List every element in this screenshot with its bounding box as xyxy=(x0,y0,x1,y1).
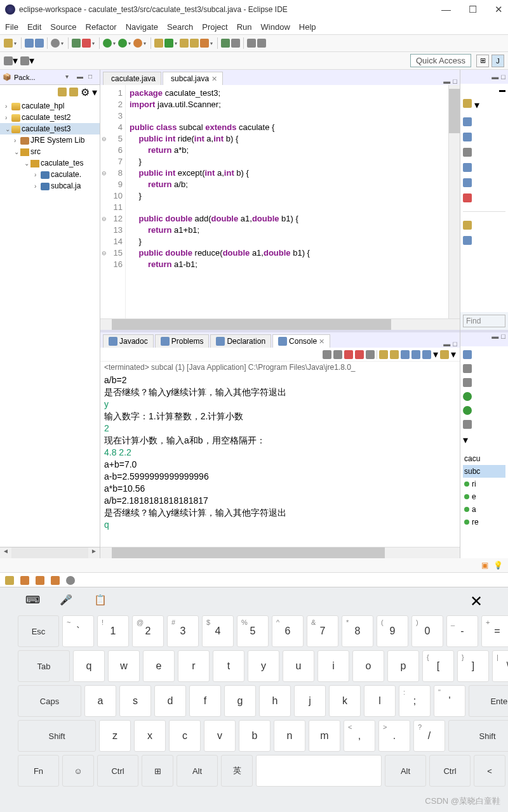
key-g[interactable]: g xyxy=(224,685,256,717)
key-Ctrl[interactable]: Ctrl xyxy=(429,755,471,787)
new-class-icon[interactable] xyxy=(164,39,173,48)
horizontal-scrollbar[interactable]: ◄► xyxy=(0,547,100,558)
bottom-maximize-icon[interactable]: □ xyxy=(453,340,457,348)
key-Tab[interactable]: Tab xyxy=(18,650,70,682)
editor-tab[interactable]: caculate.java xyxy=(103,72,161,85)
key-w[interactable]: w xyxy=(108,650,140,682)
key-.[interactable]: >. xyxy=(378,720,410,752)
key-space[interactable] xyxy=(256,755,382,787)
outline-collapse-icon[interactable] xyxy=(463,236,472,245)
key-f[interactable]: f xyxy=(189,685,221,717)
editor-horizontal-scrollbar[interactable] xyxy=(100,318,460,330)
key-7[interactable]: &7 xyxy=(307,615,338,647)
console-show-err-icon[interactable] xyxy=(411,350,420,359)
vertical-scrollbar[interactable] xyxy=(448,85,460,318)
outline-expand-icon[interactable] xyxy=(463,221,472,230)
link-editor-icon[interactable] xyxy=(69,88,78,96)
menu-file[interactable]: File xyxy=(5,22,18,32)
save-icon[interactable] xyxy=(25,39,34,48)
next-annotation-icon[interactable] xyxy=(221,39,230,48)
key-\[interactable]: |\ xyxy=(492,650,508,682)
filter-icon[interactable]: ⚙ xyxy=(81,86,90,98)
key-o[interactable]: o xyxy=(352,650,384,682)
key-d[interactable]: d xyxy=(154,685,186,717)
outline-link-icon[interactable] xyxy=(463,193,472,202)
find-box[interactable]: Find xyxy=(463,315,505,327)
nav-fwd-icon[interactable] xyxy=(20,56,29,65)
key-0[interactable]: )0 xyxy=(411,615,443,647)
key-Shift[interactable]: Shift xyxy=(18,720,96,752)
maximize-view-icon[interactable]: □ xyxy=(88,73,97,82)
console-pin-icon[interactable] xyxy=(379,350,388,359)
key-Enter[interactable]: Enter xyxy=(469,685,508,717)
open-task-icon[interactable] xyxy=(190,39,199,48)
key-;[interactable]: :; xyxy=(399,685,431,717)
outline-filter-local-icon[interactable] xyxy=(463,178,472,187)
bottom-tab-javadoc[interactable]: Javadoc xyxy=(103,334,154,348)
run-icon[interactable] xyxy=(103,39,112,48)
outline-sort-icon[interactable] xyxy=(463,117,472,126)
key-Ctrl[interactable]: Ctrl xyxy=(97,755,138,787)
menu-refactor[interactable]: Refactor xyxy=(86,22,117,32)
outline-item[interactable]: cacu xyxy=(463,452,505,465)
toggle-icon[interactable] xyxy=(51,39,60,48)
tree-node[interactable]: ›caculate_hpl xyxy=(0,100,100,112)
key-x[interactable]: x xyxy=(134,720,166,752)
coverage-icon[interactable] xyxy=(118,39,127,48)
outline-item[interactable]: re xyxy=(463,516,505,528)
run-last-icon[interactable] xyxy=(133,39,142,48)
console-scroll-lock-icon[interactable] xyxy=(333,350,342,359)
outline-toggle-icon[interactable] xyxy=(463,99,472,108)
tree-node[interactable]: ›caculate_test2 xyxy=(0,112,100,123)
menu-help[interactable]: Help xyxy=(299,22,316,32)
bottom-tab-problems[interactable]: Problems xyxy=(155,334,210,348)
menu-run[interactable]: Run xyxy=(237,22,252,32)
marker-icon[interactable] xyxy=(36,576,44,585)
pin-icon[interactable] xyxy=(231,39,240,48)
outline-item[interactable]: a xyxy=(463,503,505,516)
tip-icon[interactable]: 💡 xyxy=(493,561,503,570)
outline-max-icon[interactable]: □ xyxy=(501,73,505,81)
key-k[interactable]: k xyxy=(329,685,361,717)
maximize-button[interactable]: ☐ xyxy=(469,4,477,15)
console-output[interactable]: a/b=2是否继续？输入y继续计算，输入其他字符退出y输入数字：1.计算整数，2… xyxy=(100,373,460,547)
perspective-java-icon[interactable]: J xyxy=(491,55,504,67)
key-z[interactable]: z xyxy=(99,720,131,752)
outline2-filter5-icon[interactable] xyxy=(463,420,472,429)
key-c[interactable]: c xyxy=(169,720,201,752)
console-open-icon[interactable] xyxy=(422,350,431,359)
key-a[interactable]: a xyxy=(84,685,116,717)
console-show-std-icon[interactable] xyxy=(401,350,410,359)
debug-icon[interactable] xyxy=(72,39,81,48)
outline2-min-icon[interactable]: ▬ xyxy=(491,332,498,346)
outline2-filter2-icon[interactable] xyxy=(463,378,472,387)
console-terminate-icon[interactable] xyxy=(344,350,353,359)
outline2-max-icon[interactable]: □ xyxy=(501,332,505,346)
console-remove-icon[interactable] xyxy=(355,350,364,359)
minimize-view-icon[interactable]: ▬ xyxy=(77,73,86,82)
key-][interactable]: }] xyxy=(457,650,489,682)
new-icon[interactable] xyxy=(4,39,13,48)
key-Alt[interactable]: Alt xyxy=(385,755,426,787)
key-j[interactable]: j xyxy=(294,685,326,717)
key-2[interactable]: @2 xyxy=(132,615,164,647)
key-1[interactable]: !1 xyxy=(97,615,129,647)
key-s[interactable]: s xyxy=(119,685,151,717)
keyboard-close-icon[interactable]: ✕ xyxy=(470,593,483,610)
key-p[interactable]: p xyxy=(387,650,419,682)
nav-back-icon[interactable] xyxy=(4,56,13,65)
perspective-open-icon[interactable]: ⊞ xyxy=(476,55,489,67)
tree-node[interactable]: ⌄src xyxy=(0,146,100,157)
annotation-icon[interactable] xyxy=(51,576,60,585)
outline-item[interactable]: subc xyxy=(463,465,505,478)
key-`[interactable]: ~` xyxy=(62,615,94,647)
key-'[interactable]: "' xyxy=(434,685,465,717)
editor-minimize-icon[interactable]: ▬ xyxy=(443,77,450,85)
key-Alt[interactable]: Alt xyxy=(177,755,218,787)
console-scrollbar[interactable] xyxy=(100,547,460,558)
key-Esc[interactable]: Esc xyxy=(18,615,59,647)
forward-icon[interactable] xyxy=(257,39,266,48)
key-Caps[interactable]: Caps xyxy=(18,685,81,717)
key-m[interactable]: m xyxy=(309,720,340,752)
outline2-filter4-icon[interactable] xyxy=(463,406,472,415)
